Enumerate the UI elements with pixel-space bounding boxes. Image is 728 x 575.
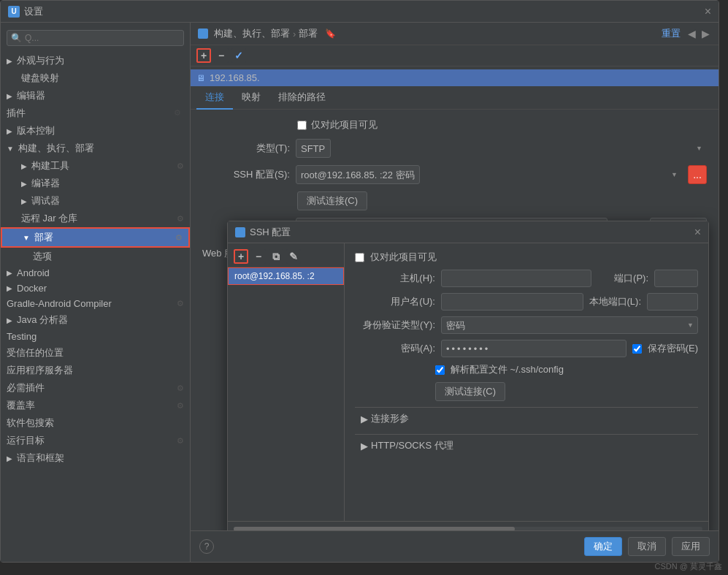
conn-params-header[interactable]: ▶ 连接形参 (355, 408, 698, 430)
search-input[interactable] (7, 30, 184, 46)
arrow-icon: ▶ (21, 162, 27, 170)
sidebar-item-required-plugins[interactable]: 必需插件 ⚙ (1, 379, 190, 397)
server-entry[interactable]: 🖥 192.168.85. (191, 69, 719, 86)
ssh-only-project-row: 仅对此项目可见 (355, 251, 698, 264)
gear-icon: ⚙ (177, 299, 184, 308)
ssh-test-connection-button[interactable]: 测试连接(C) (435, 382, 505, 401)
arrow-icon: ▶ (7, 316, 12, 324)
scroll-thumb[interactable] (234, 527, 515, 531)
arrow-icon: ▼ (7, 145, 14, 153)
search-bar: 🔍 (7, 30, 184, 46)
sidebar-item-app-servers[interactable]: 应用程序服务器 (1, 362, 190, 379)
sidebar-item-build[interactable]: ▼ 构建、执行、部署 (1, 140, 190, 157)
http-socks-section: ▶ HTTP/SOCKS 代理 (355, 434, 698, 457)
gear-icon: ⚙ (175, 233, 183, 243)
close-button[interactable]: × (705, 6, 711, 18)
ssh-dialog-title: SSH 配置 (250, 226, 291, 239)
ssh-username-input[interactable]: root (441, 293, 583, 311)
ssh-host-row: 主机(H): 192.168.85. 端口(P): 22 (355, 270, 698, 287)
sidebar-item-remote-jar[interactable]: 远程 Jar 仓库 ⚙ (1, 210, 190, 227)
ssh-only-project-checkbox[interactable] (355, 253, 364, 262)
help-button[interactable]: ? (199, 539, 214, 554)
right-panel: 构建、执行、部署 › 部署 🔖 重置 ◀ ▶ + − ✓ (191, 23, 719, 562)
ssh-config-row: SSH 配置(S): root@192.168.85. :22 密码 ... (202, 165, 707, 184)
apply-button[interactable]: 应用 (672, 537, 710, 556)
watermark: CSDN @ 莫灵千鑫 (655, 561, 722, 572)
sidebar-item-run-targets[interactable]: 运行目标 ⚙ (1, 432, 190, 449)
deployment-tabs: 连接 映射 排除的路径 (191, 86, 719, 110)
cancel-button[interactable]: 取消 (628, 537, 666, 556)
forward-button[interactable]: ▶ (700, 28, 711, 39)
reset-button[interactable]: 重置 (659, 27, 683, 40)
breadcrumb-sep1: › (293, 28, 296, 39)
sidebar-item-testing[interactable]: Testing (1, 329, 190, 344)
breadcrumb-part1: 构建、执行、部署 (214, 27, 290, 40)
bottom-bar: ? 确定 取消 应用 (191, 530, 719, 562)
sidebar-item-docker[interactable]: ▶ Docker (1, 281, 190, 296)
sidebar-item-compiler[interactable]: ▶ 编译器 (1, 175, 190, 192)
sidebar-item-gradle-android[interactable]: Gradle-Android Compiler ⚙ (1, 296, 190, 311)
ssh-config-edit-button[interactable]: ... (688, 165, 707, 184)
ssh-config-select[interactable]: root@192.168.85. :22 密码 (296, 165, 420, 184)
ssh-save-password-checkbox[interactable] (632, 344, 642, 354)
sidebar-item-vcs[interactable]: ▶ 版本控制 (1, 122, 190, 140)
ssh-remove-button[interactable]: − (251, 249, 266, 264)
type-label: 类型(T): (202, 142, 290, 155)
tab-connect[interactable]: 连接 (196, 86, 233, 110)
sidebar-item-options[interactable]: 选项 (1, 248, 190, 265)
sidebar-item-package-search[interactable]: 软件包搜索 (1, 414, 190, 432)
sidebar-item-android[interactable]: ▶ Android (1, 265, 190, 281)
gear-icon: ⚙ (177, 384, 184, 393)
tab-mapping[interactable]: 映射 (233, 86, 269, 110)
sidebar-item-editor[interactable]: ▶ 编辑器 (1, 87, 190, 104)
http-socks-header[interactable]: ▶ HTTP/SOCKS 代理 (355, 435, 698, 457)
sidebar-item-trusted-locations[interactable]: 受信任的位置 (1, 344, 190, 362)
default-server-button[interactable]: ✓ (231, 48, 246, 63)
ssh-local-port-label: 本地端口(L): (589, 295, 642, 308)
sidebar-item-appearance[interactable]: ▶ 外观与行为 (1, 52, 190, 69)
ssh-local-port-input[interactable]: <动态> (647, 293, 698, 311)
ssh-dialog-sidebar: + − ⧉ ✎ root@192.168.85. :2 (228, 243, 345, 521)
ssh-auth-type-select[interactable]: 密码 (441, 316, 698, 334)
app-icon: U (8, 6, 20, 18)
ssh-sidebar-toolbar: + − ⧉ ✎ (228, 246, 344, 267)
ssh-only-project-label: 仅对此项目可见 (370, 251, 437, 264)
sidebar-item-debugger[interactable]: ▶ 调试器 (1, 192, 190, 210)
conn-params-section: ▶ 连接形参 (355, 407, 698, 430)
ssh-dialog-close-button[interactable]: × (694, 226, 701, 239)
ssh-parse-config-checkbox[interactable] (435, 365, 445, 375)
only-project-checkbox[interactable] (297, 121, 307, 130)
ssh-add-button[interactable]: + (234, 249, 248, 264)
ssh-password-input[interactable] (441, 340, 627, 357)
back-button[interactable]: ◀ (686, 28, 697, 39)
type-select[interactable]: SFTP (296, 139, 331, 158)
sidebar-item-deployment[interactable]: ▼ 部署 ⚙ (1, 227, 190, 248)
breadcrumb-part2: 部署 (299, 27, 318, 40)
sidebar-item-keymap[interactable]: 键盘映射 (1, 69, 190, 87)
arrow-icon: ▶ (7, 57, 12, 65)
gear-icon: ⚙ (177, 214, 184, 224)
ssh-username-label: 用户名(U): (355, 295, 435, 308)
breadcrumb-bar: 构建、执行、部署 › 部署 🔖 重置 ◀ ▶ (191, 23, 719, 45)
sidebar-item-lang-frameworks[interactable]: ▶ 语言和框架 (1, 449, 190, 467)
gear-icon: ⚙ (177, 161, 184, 171)
ssh-server-entry[interactable]: root@192.168.85. :2 (228, 267, 344, 285)
ssh-host-input[interactable]: 192.168.85. (441, 270, 591, 287)
sidebar-item-build-tools[interactable]: ▶ 构建工具 ⚙ (1, 157, 190, 175)
ssh-copy-button[interactable]: ⧉ (269, 249, 283, 264)
ssh-port-input[interactable]: 22 (654, 270, 698, 287)
tab-excluded-paths[interactable]: 排除的路径 (269, 86, 334, 110)
sidebar-item-coverage[interactable]: 覆盖率 ⚙ (1, 397, 190, 414)
add-server-button[interactable]: + (196, 48, 211, 63)
ssh-dialog-bottom (228, 521, 708, 530)
ok-button[interactable]: 确定 (584, 537, 622, 556)
ssh-parse-config-label: 解析配置文件 ~/.ssh/config (451, 363, 564, 376)
remove-server-button[interactable]: − (214, 48, 229, 63)
test-connection-button[interactable]: 测试连接(C) (297, 191, 367, 210)
expand-icon: ▶ (361, 441, 368, 452)
ssh-config-select-wrapper: root@192.168.85. :22 密码 (296, 165, 682, 184)
sidebar-item-plugins[interactable]: 插件 ⚙ (1, 104, 190, 122)
sidebar-item-java-analyzer[interactable]: ▶ Java 分析器 (1, 311, 190, 329)
gear-icon: ⚙ (177, 401, 184, 411)
ssh-edit-button[interactable]: ✎ (286, 249, 301, 264)
